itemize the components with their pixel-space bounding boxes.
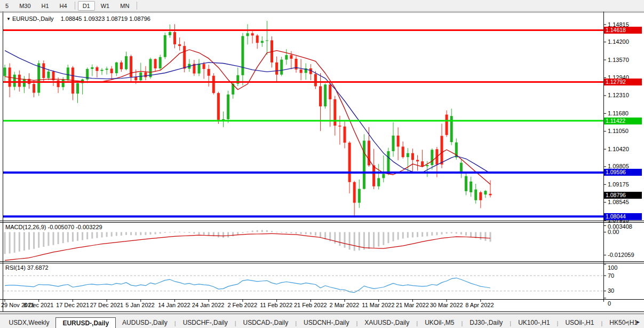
candle-body	[382, 174, 385, 178]
tab-scroll-right-icon[interactable]: ►	[635, 319, 641, 325]
macd-histogram-bar	[193, 232, 195, 234]
chart-canvas	[0, 12, 644, 313]
candle-body	[489, 194, 492, 196]
macd-histogram-bar	[257, 230, 258, 232]
symbol-tab-audusd-daily[interactable]: AUDUSD-,Daily	[116, 317, 174, 328]
current-price-badge: 1.08796	[604, 192, 642, 199]
timeframe-button-m30[interactable]: M30	[14, 1, 35, 11]
candle-body	[217, 93, 220, 120]
macd-histogram-bar	[305, 232, 307, 235]
candle-body	[149, 59, 152, 77]
rsi-name: RSI(14)	[5, 264, 26, 271]
macd-histogram-bar	[412, 232, 414, 238]
timeframe-button-d1[interactable]: D1	[78, 1, 95, 11]
symbol-tab-eurusd-daily[interactable]: EURUSD-,Daily	[55, 317, 116, 328]
candle-body	[169, 32, 171, 35]
symbol-tab-usdcad-daily[interactable]: USDCAD-,Daily	[237, 317, 295, 328]
timeframe-button-5[interactable]: 5	[1, 1, 13, 11]
price-axis-label: 1.08545	[608, 199, 629, 205]
rsi-axis-label: 100	[608, 264, 617, 271]
macd-histogram-bar	[290, 232, 292, 233]
price-level-badge: 1.08044	[604, 213, 642, 220]
candle-body	[450, 116, 453, 142]
macd-histogram-bar	[470, 232, 472, 237]
symbol-tab-usdx-weekly[interactable]: USDX,Weekly	[3, 317, 56, 328]
candle-body	[42, 63, 45, 78]
macd-histogram-bar	[38, 232, 39, 248]
macd-histogram-bar	[320, 232, 321, 238]
symbol-tab-dj30-daily[interactable]: DJ30-,Daily	[463, 317, 509, 328]
price-axis-label: 1.13570	[608, 57, 629, 63]
timeframe-button-h4[interactable]: H4	[55, 1, 72, 11]
date-axis-label: 11 Feb 2022	[260, 302, 292, 308]
candle-body	[4, 67, 6, 76]
macd-histogram-bar	[43, 232, 44, 247]
date-axis-label: 21 Mar 2022	[396, 302, 429, 308]
candle-body	[183, 46, 186, 68]
candle-body	[13, 75, 16, 87]
price-axis-label: 1.11050	[608, 128, 629, 134]
price-axis-label: 1.09175	[608, 181, 629, 188]
macd-histogram-bar	[354, 232, 355, 251]
date-axis-label: 8 Apr 2022	[465, 302, 494, 308]
symbol-tab-usdchf-daily[interactable]: USDCHF-,Daily	[177, 317, 234, 328]
candle-body	[62, 80, 65, 87]
macd-histogram-bar	[58, 232, 59, 244]
macd-histogram-bar	[285, 232, 287, 233]
tab-scroll-left-icon[interactable]: ◄	[624, 319, 630, 325]
timeframe-button-mn[interactable]: MN	[115, 1, 134, 11]
timeframe-button-h1[interactable]: H1	[37, 1, 54, 11]
candle-body	[23, 79, 26, 87]
macd-histogram-bar	[53, 232, 54, 245]
symbol-tab-usoil-h1[interactable]: USOil-,H1	[559, 317, 600, 328]
candle-body	[76, 83, 79, 94]
candle-body	[96, 67, 98, 71]
macd-histogram-bar	[378, 232, 379, 247]
date-axis-label: 27 Dec 2021	[90, 302, 123, 308]
chart-title: ▼ EURUSD-,Daily 1.08845 1.09323 1.08719 …	[6, 15, 150, 22]
chart-ohlc-quote: 1.08845 1.09323 1.08719 1.08796	[61, 15, 150, 22]
macd-histogram-bar	[19, 232, 20, 252]
timeframe-button-w1[interactable]: W1	[96, 1, 115, 11]
candle-body	[392, 136, 395, 151]
macd-histogram-bar	[174, 232, 176, 232]
candle-body	[484, 191, 487, 194]
candle-body	[178, 44, 181, 46]
toolbar-separator	[75, 2, 75, 10]
candle-body	[314, 74, 317, 87]
macd-histogram-bar	[446, 232, 448, 234]
macd-histogram-bar	[276, 232, 277, 232]
macd-histogram-bar	[407, 232, 409, 238]
symbol-tab-uk100-h1[interactable]: UK100-,H1	[512, 317, 556, 328]
macd-histogram-bar	[431, 232, 433, 236]
macd-histogram-bar	[96, 232, 98, 238]
macd-histogram-bar	[422, 232, 423, 237]
macd-histogram-bar	[9, 232, 11, 254]
macd-histogram-bar	[349, 232, 351, 250]
macd-histogram-bar	[116, 232, 117, 236]
macd-histogram-bar	[417, 232, 418, 237]
macd-histogram-bar	[106, 232, 108, 237]
candle-body	[241, 36, 244, 75]
chart-dropdown-icon[interactable]: ▼	[6, 17, 11, 21]
toolbar-separator	[137, 2, 137, 10]
tabbar-scroll-arrows: ◄ ►	[624, 319, 641, 325]
candle-body	[120, 63, 123, 69]
candle-body	[212, 76, 215, 93]
symbol-tab-usdcnh-daily[interactable]: USDCNH-,Daily	[297, 317, 355, 328]
chart-window[interactable]: ▼ EURUSD-,Daily 1.08845 1.09323 1.08719 …	[0, 12, 644, 313]
rsi-axis-label: 30	[608, 287, 614, 294]
symbol-tab-xauusd-daily[interactable]: XAUUSD-,Daily	[358, 317, 416, 328]
macd-histogram-bar	[67, 232, 69, 243]
macd-histogram-bar	[300, 232, 302, 235]
date-axis-label: 2 Mar 2022	[330, 302, 360, 308]
macd-histogram-bar	[82, 232, 83, 240]
candle-body	[333, 99, 336, 126]
macd-histogram-bar	[135, 232, 137, 236]
macd-histogram-bar	[296, 232, 297, 234]
macd-histogram-bar	[184, 232, 185, 233]
symbol-tab-ukoil-m5[interactable]: UKOil-,M5	[418, 317, 460, 328]
candle-body	[280, 60, 283, 75]
candle-body	[441, 136, 443, 165]
symbol-tabbar: USDX,WeeklyEURUSD-,DailyAUDUSD-,Daily|US…	[0, 314, 644, 328]
